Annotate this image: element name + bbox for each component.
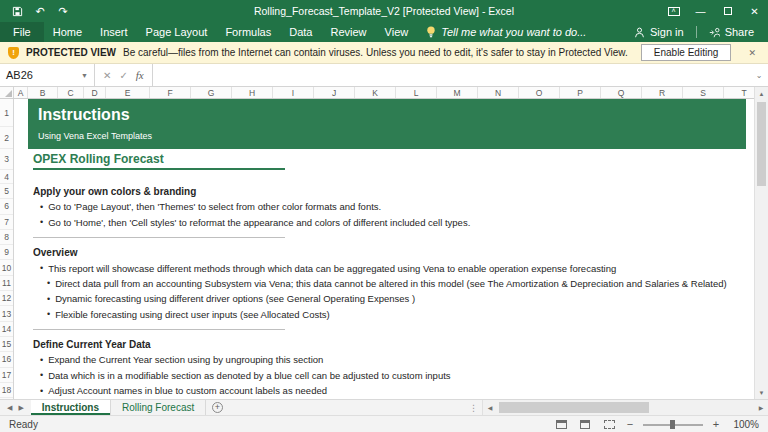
vertical-scrollbar[interactable]: ▲ ▼ bbox=[754, 87, 768, 399]
confirm-button[interactable]: ✓ bbox=[119, 70, 127, 81]
cancel-button[interactable]: ✕ bbox=[103, 70, 111, 81]
column-header[interactable]: J bbox=[314, 87, 355, 98]
save-button[interactable] bbox=[10, 3, 24, 19]
row-header[interactable]: 14 bbox=[0, 322, 13, 337]
column-header[interactable]: R bbox=[642, 87, 683, 98]
share-button[interactable]: Share bbox=[703, 26, 760, 38]
vertical-scroll-track[interactable] bbox=[755, 100, 768, 386]
scroll-up-icon[interactable]: ▲ bbox=[755, 87, 768, 100]
row-header[interactable]: 8 bbox=[0, 230, 13, 245]
row-header[interactable]: 17 bbox=[0, 368, 13, 383]
column-header[interactable]: F bbox=[150, 87, 191, 98]
ribbon-tab[interactable]: Insert bbox=[91, 22, 137, 42]
instruction-line[interactable]: • This report will showcase different me… bbox=[33, 260, 746, 275]
ribbon-tab[interactable]: Review bbox=[321, 22, 375, 42]
column-header[interactable]: L bbox=[396, 87, 437, 98]
column-header[interactable]: S bbox=[683, 87, 724, 98]
column-header[interactable]: G bbox=[191, 87, 232, 98]
horizontal-scrollbar[interactable]: ◀ ▶ bbox=[482, 400, 768, 415]
row-header[interactable]: 11 bbox=[0, 276, 13, 291]
close-button[interactable]: ✕ bbox=[741, 0, 768, 22]
row-header[interactable]: 12 bbox=[0, 291, 13, 306]
column-header[interactable]: K bbox=[355, 87, 396, 98]
zoom-slider[interactable] bbox=[643, 419, 703, 429]
column-header[interactable]: I bbox=[273, 87, 314, 98]
instruction-line[interactable]: • Go to 'Page Layout', then 'Themes' to … bbox=[33, 199, 746, 214]
vertical-scroll-thumb[interactable] bbox=[757, 102, 766, 186]
tab-file[interactable]: File bbox=[0, 22, 44, 42]
column-header[interactable]: P bbox=[560, 87, 601, 98]
column-header[interactable]: M bbox=[437, 87, 478, 98]
ribbon-tab[interactable]: Page Layout bbox=[137, 22, 217, 42]
column-header[interactable]: O bbox=[519, 87, 560, 98]
row-header[interactable]: 18 bbox=[0, 383, 13, 398]
instruction-line[interactable]: • Overview bbox=[33, 245, 746, 260]
instruction-line[interactable]: • Adjust Account names in blue to custom… bbox=[33, 383, 746, 398]
sign-in-button[interactable]: Sign in bbox=[628, 26, 690, 38]
instruction-line[interactable]: • Expand the Current Year section using … bbox=[33, 352, 746, 367]
tab-splitter-handle[interactable]: ⋮ bbox=[465, 400, 482, 415]
row-header[interactable]: 16 bbox=[0, 352, 13, 367]
instruction-line[interactable]: • Go to 'Home', then 'Cell styles' to re… bbox=[33, 215, 746, 230]
horizontal-scroll-track[interactable] bbox=[497, 400, 754, 415]
column-header[interactable]: C bbox=[58, 87, 84, 98]
normal-view-button[interactable] bbox=[553, 418, 569, 430]
instruction-line[interactable]: • Dynamic forecasting using different dr… bbox=[33, 291, 746, 306]
sheet-tab[interactable]: Rolling Forecast bbox=[111, 400, 206, 415]
formula-bar-expand-button[interactable]: ⌄ bbox=[750, 64, 768, 86]
column-header[interactable]: B bbox=[28, 87, 58, 98]
zoom-level[interactable]: 100% bbox=[729, 419, 759, 430]
instruction-line[interactable]: • bbox=[33, 230, 746, 245]
instruction-line[interactable]: • Data which is in a modifiable section … bbox=[33, 368, 746, 383]
row-header[interactable]: 10 bbox=[0, 260, 13, 275]
select-all-button[interactable] bbox=[0, 87, 14, 98]
ribbon-tab[interactable]: Home bbox=[44, 22, 91, 42]
zoom-in-button[interactable]: + bbox=[711, 418, 721, 430]
scroll-right-icon[interactable]: ▶ bbox=[754, 404, 768, 411]
instruction-line[interactable]: • Flexible forecasting using direct user… bbox=[33, 306, 746, 321]
page-break-view-button[interactable] bbox=[601, 418, 617, 430]
formula-input[interactable] bbox=[153, 64, 750, 86]
instruction-line[interactable]: • bbox=[33, 322, 746, 337]
row-header[interactable]: 7 bbox=[0, 215, 13, 230]
zoom-out-button[interactable]: − bbox=[625, 418, 635, 430]
protected-view-close-button[interactable]: ✕ bbox=[744, 48, 760, 58]
page-layout-view-button[interactable] bbox=[577, 418, 593, 430]
horizontal-scroll-thumb[interactable] bbox=[499, 402, 649, 413]
column-header[interactable]: N bbox=[478, 87, 519, 98]
minimize-button[interactable]: — bbox=[687, 0, 714, 22]
instruction-line[interactable]: • Direct data pull from an accounting Su… bbox=[33, 276, 746, 291]
sheet-tab[interactable]: Instructions bbox=[31, 400, 111, 415]
instruction-line[interactable]: • Define Current Year Data bbox=[33, 337, 746, 352]
row-header[interactable]: 1 bbox=[0, 99, 13, 127]
row-header[interactable]: 15 bbox=[0, 337, 13, 352]
row-header[interactable]: 2 bbox=[0, 127, 13, 149]
row-header[interactable]: 6 bbox=[0, 199, 13, 214]
column-header[interactable]: E bbox=[106, 87, 150, 98]
insert-function-button[interactable]: fx bbox=[136, 69, 144, 81]
column-header[interactable]: Q bbox=[601, 87, 642, 98]
chevron-down-icon[interactable]: ▼ bbox=[81, 72, 88, 79]
column-header[interactable]: T bbox=[724, 87, 754, 98]
ribbon-tab[interactable]: Data bbox=[280, 22, 321, 42]
redo-button[interactable]: ↷ bbox=[56, 3, 70, 19]
row-header[interactable]: 5 bbox=[0, 184, 13, 199]
name-box[interactable]: AB26 ▼ bbox=[0, 64, 95, 86]
ribbon-display-options-button[interactable]: ˄ bbox=[660, 0, 687, 22]
sheet-heading[interactable]: OPEX Rolling Forecast bbox=[33, 151, 285, 170]
instructions-banner[interactable]: Instructions Using Vena Excel Templates bbox=[28, 99, 746, 149]
undo-button[interactable]: ↶ bbox=[33, 3, 47, 19]
row-header[interactable]: 9 bbox=[0, 245, 13, 260]
zoom-slider-thumb[interactable] bbox=[670, 420, 675, 429]
tell-me-box[interactable]: Tell me what you want to do... bbox=[417, 22, 595, 42]
ribbon-tab[interactable]: View bbox=[376, 22, 418, 42]
sheet-content[interactable]: Instructions Using Vena Excel Templates … bbox=[14, 99, 754, 399]
column-header[interactable]: H bbox=[232, 87, 273, 98]
maximize-button[interactable] bbox=[714, 0, 741, 22]
ribbon-tab[interactable]: Formulas bbox=[216, 22, 280, 42]
scroll-left-icon[interactable]: ◀ bbox=[483, 404, 497, 411]
instruction-line[interactable]: • Apply your own colors & branding bbox=[33, 184, 746, 199]
prev-sheet-icon[interactable]: ◀ bbox=[7, 404, 12, 412]
scroll-down-icon[interactable]: ▼ bbox=[755, 386, 768, 399]
add-sheet-button[interactable]: + bbox=[206, 400, 228, 415]
